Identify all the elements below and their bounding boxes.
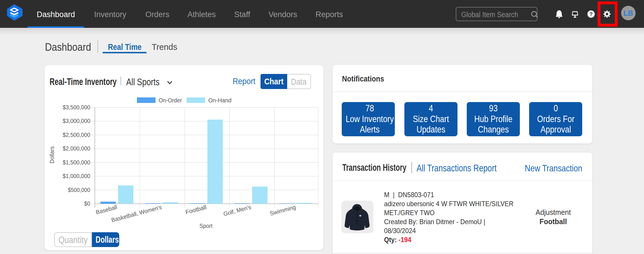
svg-text:Basketball, Women's: Basketball, Women's <box>111 204 162 224</box>
svg-text:?: ? <box>589 11 593 17</box>
svg-text:Baseball: Baseball <box>95 204 118 216</box>
svg-text:On-Hand: On-Hand <box>208 97 231 104</box>
svg-text:$2,500,000: $2,500,000 <box>63 132 90 138</box>
svg-text:$3,500,000: $3,500,000 <box>63 104 90 110</box>
svg-text:$0: $0 <box>84 200 90 207</box>
svg-text:$500,000: $500,000 <box>68 187 90 193</box>
svg-text:Football: Football <box>185 204 207 215</box>
svg-text:Swimming: Swimming <box>269 204 296 217</box>
svg-text:On-Order: On-Order <box>159 97 182 104</box>
svg-text:$3,000,000: $3,000,000 <box>63 118 90 124</box>
svg-text:Sport: Sport <box>200 223 213 229</box>
svg-text:$1,000,000: $1,000,000 <box>63 173 90 179</box>
svg-text:$1,500,000: $1,500,000 <box>63 159 90 166</box>
svg-text:$2,000,000: $2,000,000 <box>63 145 90 152</box>
svg-text:Dollars: Dollars <box>49 146 55 164</box>
svg-text:Golf, Men's: Golf, Men's <box>223 204 252 217</box>
